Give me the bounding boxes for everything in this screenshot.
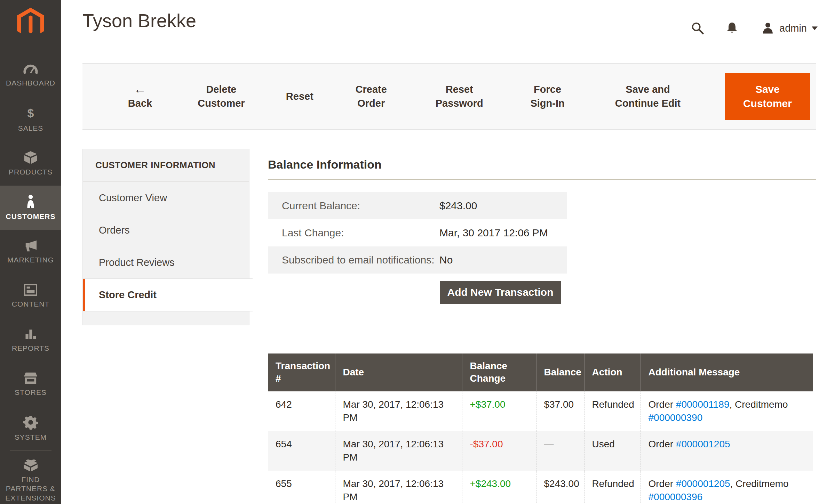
balance-cell: $37.00: [536, 391, 584, 431]
tab-label: Store Credit: [99, 289, 157, 301]
customers-icon: [25, 194, 36, 209]
sidebar-divider: [10, 51, 51, 51]
reset-password-button[interactable]: Reset Password: [429, 83, 490, 110]
sidebar-nav: DASHBOARD$SALESPRODUCTSCUSTOMERSMARKETIN…: [0, 53, 61, 504]
button-label: Save and Continue Edit: [615, 84, 681, 108]
balance-info-row: Current Balance:$243.00: [268, 192, 567, 219]
sidebar-item-label: STORES: [13, 388, 48, 397]
sidebar-item-stores[interactable]: STORES: [0, 362, 61, 406]
search-icon[interactable]: [690, 21, 705, 35]
balance-info-row: Last Change:Mar, 30 2017 12:06 PM: [268, 219, 567, 246]
transaction-id-cell: 642: [268, 391, 335, 431]
tab-customer-view[interactable]: Customer View: [83, 182, 249, 214]
sidebar-item-system[interactable]: SYSTEM: [0, 406, 61, 450]
additional-message-cell: Order #000001205, Creditmemo #000000396: [641, 471, 813, 504]
sidebar-item-label: SYSTEM: [13, 433, 48, 442]
transaction-row: 655Mar 30, 2017, 12:06:13 PM+$243.00$243…: [268, 471, 813, 504]
admin-user-menu[interactable]: admin: [759, 21, 820, 35]
transaction-row: 642Mar 30, 2017, 12:06:13 PM+$37.00$37.0…: [268, 391, 813, 431]
sidebar-item-products[interactable]: PRODUCTS: [0, 141, 61, 186]
save-customer-button[interactable]: Save Customer: [725, 73, 810, 120]
button-label: Create Order: [356, 84, 387, 108]
sales-icon: $: [25, 106, 37, 121]
admin-sidebar: DASHBOARD$SALESPRODUCTSCUSTOMERSMARKETIN…: [0, 0, 61, 504]
column-header-action[interactable]: Action: [584, 353, 641, 391]
sidebar-item-label: MARKETING: [6, 255, 55, 265]
chevron-down-icon: [812, 26, 818, 30]
tab-store-credit[interactable]: Store Credit: [83, 279, 253, 311]
button-label: Force Sign-In: [530, 84, 564, 108]
header-actions: admin: [690, 21, 820, 35]
sidebar-item-dashboard[interactable]: DASHBOARD: [0, 53, 61, 97]
tab-label: Orders: [99, 225, 130, 236]
delete-customer-button[interactable]: Delete Customer: [191, 83, 252, 110]
sidebar-item-sales[interactable]: $SALES: [0, 97, 61, 141]
page-header: Tyson Brekke admin: [61, 0, 835, 63]
svg-text:$: $: [27, 106, 34, 120]
marketing-icon: [23, 239, 38, 252]
tab-product-reviews[interactable]: Product Reviews: [83, 246, 249, 279]
column-header-additional-message[interactable]: Additional Message: [641, 353, 813, 391]
button-label: Save Customer: [743, 83, 792, 109]
column-header-date[interactable]: Date: [335, 353, 462, 391]
content-icon: [23, 283, 38, 296]
info-value: $243.00: [439, 200, 553, 212]
info-label: Last Change:: [282, 227, 439, 239]
order-number-link[interactable]: #000001205: [676, 439, 730, 449]
reset-button[interactable]: Reset: [286, 90, 313, 103]
balance-info-row: Subscribed to email notifications:No: [268, 246, 567, 274]
balance-info-table: Current Balance:$243.00Last Change:Mar, …: [268, 192, 567, 274]
extensions-icon: [23, 458, 38, 472]
creditmemo-number-link[interactable]: #000000390: [649, 412, 703, 423]
tab-orders[interactable]: Orders: [83, 214, 249, 246]
balance-change-cell: +$243.00: [462, 471, 536, 504]
message-text: Order: [649, 478, 676, 489]
save-and-continue-edit-button[interactable]: Save and Continue Edit: [605, 83, 691, 110]
create-order-button[interactable]: Create Order: [348, 83, 395, 110]
column-header-transaction[interactable]: Transaction #: [268, 353, 335, 391]
force-sign-in-button[interactable]: Force Sign-In: [524, 83, 571, 110]
action-cell: Refunded: [584, 391, 641, 431]
message-text: Order: [649, 399, 676, 410]
message-text: Order: [649, 439, 676, 449]
column-header-balance-change[interactable]: Balance Change: [462, 353, 536, 391]
info-value: No: [439, 254, 553, 266]
column-header-balance[interactable]: Balance: [536, 353, 584, 391]
back-button[interactable]: ←Back: [124, 83, 157, 110]
sidebar-item-label: PRODUCTS: [7, 168, 54, 177]
transactions-table-header-row: Transaction #DateBalance ChangeBalanceAc…: [268, 353, 813, 391]
add-new-transaction-button[interactable]: Add New Transaction: [440, 281, 561, 304]
system-icon: [23, 415, 38, 430]
store-credit-content: Balance Information Current Balance:$243…: [249, 149, 816, 504]
sidebar-item-content[interactable]: CONTENT: [0, 274, 61, 318]
sidebar-item-find-partners-extensions[interactable]: FIND PARTNERS & EXTENSIONS: [0, 454, 61, 504]
products-icon: [23, 151, 38, 164]
sidebar-item-reports[interactable]: REPORTS: [0, 318, 61, 362]
additional-message-cell: Order #000001189, Creditmemo #000000390: [641, 391, 813, 431]
notifications-bell-icon[interactable]: [725, 21, 739, 35]
transaction-id-cell: 655: [268, 471, 335, 504]
transaction-date-cell: Mar 30, 2017, 12:06:13 PM: [335, 391, 462, 431]
transaction-date-cell: Mar 30, 2017, 12:06:13 PM: [335, 431, 462, 471]
sidebar-item-label: REPORTS: [10, 344, 51, 353]
balance-change-value: +$37.00: [470, 399, 506, 410]
sidebar-item-label: SALES: [17, 124, 45, 133]
message-text: , Creditmemo: [730, 399, 788, 410]
button-label: Reset: [286, 91, 313, 102]
transactions-table: Transaction #DateBalance ChangeBalanceAc…: [268, 353, 813, 504]
magento-logo-icon[interactable]: [0, 0, 61, 39]
sidebar-item-customers[interactable]: CUSTOMERS: [0, 186, 61, 230]
sidebar-item-marketing[interactable]: MARKETING: [0, 230, 61, 274]
dashboard-icon: [23, 63, 38, 75]
sidebar-divider: [10, 450, 51, 451]
order-number-link[interactable]: #000001189: [676, 399, 730, 410]
sidebar-item-label: FIND PARTNERS & EXTENSIONS: [0, 475, 61, 503]
creditmemo-number-link[interactable]: #000000396: [649, 491, 703, 502]
customer-information-title: CUSTOMER INFORMATION: [83, 149, 249, 182]
tabs-footer: [83, 311, 249, 325]
order-number-link[interactable]: #000001205: [676, 478, 730, 489]
button-label: Back: [128, 98, 152, 109]
page-title: Tyson Brekke: [82, 10, 196, 31]
page-actions-toolbar: ←BackDelete CustomerResetCreate OrderRes…: [82, 63, 816, 130]
message-text: , Creditmemo: [730, 478, 789, 489]
